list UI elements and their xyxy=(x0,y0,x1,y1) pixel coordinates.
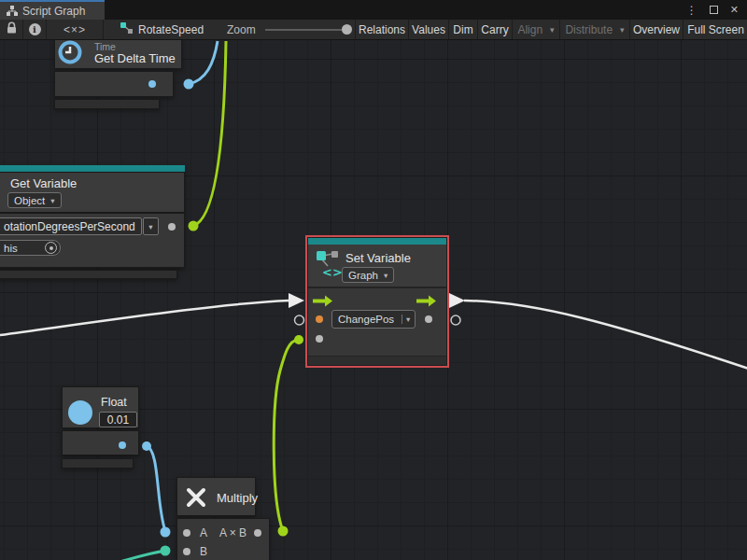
node-get-delta-time[interactable]: Time Get Delta Time xyxy=(54,40,182,69)
connection-teal-to-multiply-b[interactable] xyxy=(120,551,165,560)
graph-asset-icon xyxy=(120,22,133,36)
connection-endpoint xyxy=(161,546,171,556)
variable-scope-dropdown[interactable]: Object▾ xyxy=(7,192,62,208)
carry-button[interactable]: Carry xyxy=(477,20,512,39)
node-get-variable-footer xyxy=(0,270,177,279)
lock-button[interactable] xyxy=(0,20,23,39)
graph-name-label: RotateSpeed xyxy=(138,23,204,36)
window-controls: ⋮ ✕ xyxy=(686,0,747,20)
connection-endpoint xyxy=(278,526,289,537)
float-value: 0.01 xyxy=(107,413,129,427)
dim-button[interactable]: Dim xyxy=(448,20,477,39)
graph-toolbar: i <×> RotateSpeed Zoom 1x Relations Valu… xyxy=(0,20,747,40)
values-button[interactable]: Values xyxy=(408,20,448,39)
node-set-variable[interactable]: <> Set Variable Graph▾ ChangePos ▾ xyxy=(308,238,446,365)
dim-label: Dim xyxy=(453,23,472,36)
close-icon[interactable]: ✕ xyxy=(730,4,739,16)
connection-multiply-to-setvariable[interactable] xyxy=(274,340,298,531)
connection-white-out[interactable] xyxy=(464,301,747,369)
object-picker-icon[interactable] xyxy=(45,242,57,254)
scope-value: Graph xyxy=(348,270,378,281)
variable-scope-dropdown[interactable]: Graph▾ xyxy=(342,267,394,283)
align-dropdown-button[interactable]: Align▾ xyxy=(512,20,559,39)
distribute-label: Distribute xyxy=(565,23,613,36)
port-b-label: B xyxy=(200,545,207,558)
delta-time-output-port[interactable] xyxy=(148,80,156,88)
chevron-down-icon: ▾ xyxy=(148,222,152,231)
fullscreen-label: Full Screen xyxy=(687,23,744,36)
zoom-slider-handle[interactable] xyxy=(342,24,352,35)
variable-name-dropdown-button[interactable]: ▾ xyxy=(143,217,159,235)
variable-name-dropdown[interactable]: ChangePos ▾ xyxy=(331,310,416,329)
chevron-down-icon: ▾ xyxy=(384,271,388,280)
tab-strip: Script Graph ⋮ ✕ xyxy=(0,0,747,20)
toolbar-left: i <×> RotateSpeed Zoom 1x xyxy=(0,20,355,39)
maximize-icon[interactable] xyxy=(710,6,718,14)
node-multiply-body[interactable]: A A × B B xyxy=(176,518,270,560)
divider xyxy=(308,287,446,288)
connection-white-in[interactable] xyxy=(0,301,289,335)
graph-breadcrumb[interactable]: RotateSpeed xyxy=(104,20,218,39)
unity-visual-scripting-window: Script Graph ⋮ ✕ i <×> xyxy=(0,0,747,560)
get-variable-output-port[interactable] xyxy=(168,223,176,231)
port-a-label: A xyxy=(200,526,207,539)
fullscreen-button[interactable]: Full Screen xyxy=(683,20,747,39)
hollow-port-ring-right xyxy=(451,315,460,325)
node-set-variable-titlebar xyxy=(308,238,446,245)
float-output-port[interactable] xyxy=(119,441,126,449)
node-title: Set Variable xyxy=(345,251,411,265)
graph-canvas[interactable]: Time Get Delta Time Get Variable Object▾… xyxy=(0,40,747,560)
node-set-variable-footer xyxy=(308,356,446,365)
node-get-delta-time-body[interactable] xyxy=(54,71,174,97)
target-value: his xyxy=(4,243,18,254)
variable-name-input-port[interactable] xyxy=(316,315,323,323)
node-get-variable[interactable]: Get Variable Object▾ xyxy=(0,172,185,213)
distribute-dropdown-button[interactable]: Distribute▾ xyxy=(559,20,629,39)
relations-label: Relations xyxy=(359,23,405,36)
flow-output-port[interactable] xyxy=(416,294,437,306)
value-input-port[interactable] xyxy=(316,335,323,343)
flow-input-port[interactable] xyxy=(313,294,333,306)
multiply-result-output-port[interactable] xyxy=(254,529,261,537)
chevron-down-icon: ▾ xyxy=(406,315,410,324)
connection-endpoint xyxy=(142,441,151,451)
zoom-slider[interactable] xyxy=(265,29,347,31)
chevron-down-icon: ▾ xyxy=(50,196,54,205)
node-title: Get Variable xyxy=(10,176,77,190)
node-float-footer xyxy=(62,458,134,469)
node-multiply[interactable]: Multiply xyxy=(176,477,256,516)
info-icon: i xyxy=(29,23,41,35)
info-button[interactable]: i xyxy=(23,20,47,39)
connection-delta-time-up[interactable] xyxy=(189,41,218,84)
node-get-variable-body[interactable]: otationDegreesPerSecond ▾ his xyxy=(0,213,185,268)
node-float[interactable]: Float 0.01 xyxy=(62,386,139,428)
node-set-variable-selected[interactable]: <> Set Variable Graph▾ ChangePos ▾ xyxy=(305,235,449,368)
zoom-label: Zoom xyxy=(227,23,256,36)
variable-name-field[interactable]: otationDegreesPerSecond xyxy=(0,217,142,235)
code-view-button[interactable]: <×> xyxy=(47,20,104,39)
white-arrow-left xyxy=(289,293,304,308)
value-output-port[interactable] xyxy=(425,315,432,323)
tab-script-graph[interactable]: Script Graph xyxy=(0,0,105,20)
connection-getvariable-up[interactable] xyxy=(193,41,226,226)
time-clock-icon xyxy=(57,40,83,69)
node-title: Float xyxy=(101,396,127,409)
chevron-down-icon: ▾ xyxy=(620,25,625,35)
multiply-a-input-port[interactable] xyxy=(183,529,190,537)
float-icon xyxy=(68,400,92,425)
overview-button[interactable]: Overview xyxy=(629,20,683,39)
white-arrow-right xyxy=(449,293,465,308)
window-menu-icon[interactable]: ⋮ xyxy=(686,4,698,17)
align-label: Align xyxy=(517,23,543,36)
variable-target-field[interactable]: his xyxy=(0,240,61,256)
relations-button[interactable]: Relations xyxy=(355,20,408,39)
node-float-body[interactable] xyxy=(62,430,139,455)
carry-label: Carry xyxy=(481,23,508,36)
connection-endpoint xyxy=(161,527,171,538)
node-set-variable-header: <> Set Variable Graph▾ xyxy=(308,245,446,287)
connection-float-to-multiply[interactable] xyxy=(147,446,165,531)
values-label: Values xyxy=(412,23,445,36)
connection-endpoint xyxy=(294,335,303,344)
multiply-b-input-port[interactable] xyxy=(183,548,190,555)
float-value-field[interactable]: 0.01 xyxy=(99,412,137,427)
